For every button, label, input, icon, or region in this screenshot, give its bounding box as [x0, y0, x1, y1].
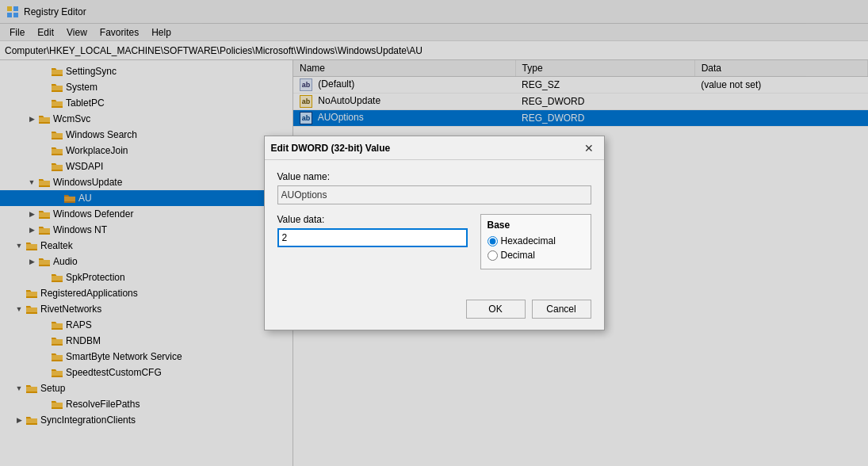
modal-title-bar: Edit DWORD (32-bit) Value ✕	[265, 136, 604, 160]
value-data-section: Value data:	[277, 214, 468, 269]
hexadecimal-label: Hexadecimal	[501, 235, 556, 246]
base-title: Base	[488, 220, 584, 231]
value-data-input[interactable]	[277, 228, 468, 247]
hexadecimal-radio[interactable]	[488, 236, 498, 246]
base-section: Base Hexadecimal Decimal	[480, 214, 591, 269]
modal-overlay: Edit DWORD (32-bit) Value ✕ Value name: …	[0, 0, 868, 466]
value-data-label: Value data:	[277, 214, 468, 225]
cancel-button[interactable]: Cancel	[532, 300, 591, 319]
modal-footer: OK Cancel	[265, 293, 604, 330]
decimal-label: Decimal	[501, 250, 535, 261]
value-name-section: Value name:	[277, 171, 591, 214]
value-name-label: Value name:	[277, 171, 591, 182]
modal-close-button[interactable]: ✕	[580, 139, 598, 157]
value-name-input[interactable]	[277, 185, 591, 204]
modal-body: Value name: Value data: Base Hexadecimal	[265, 160, 604, 293]
decimal-radio[interactable]	[488, 250, 498, 261]
hexadecimal-option[interactable]: Hexadecimal	[488, 235, 584, 246]
modal-title: Edit DWORD (32-bit) Value	[271, 143, 391, 154]
edit-dword-dialog: Edit DWORD (32-bit) Value ✕ Value name: …	[264, 136, 605, 330]
ok-button[interactable]: OK	[466, 300, 526, 319]
decimal-option[interactable]: Decimal	[488, 250, 584, 261]
modal-data-row: Value data: Base Hexadecimal Decimal	[277, 214, 591, 269]
